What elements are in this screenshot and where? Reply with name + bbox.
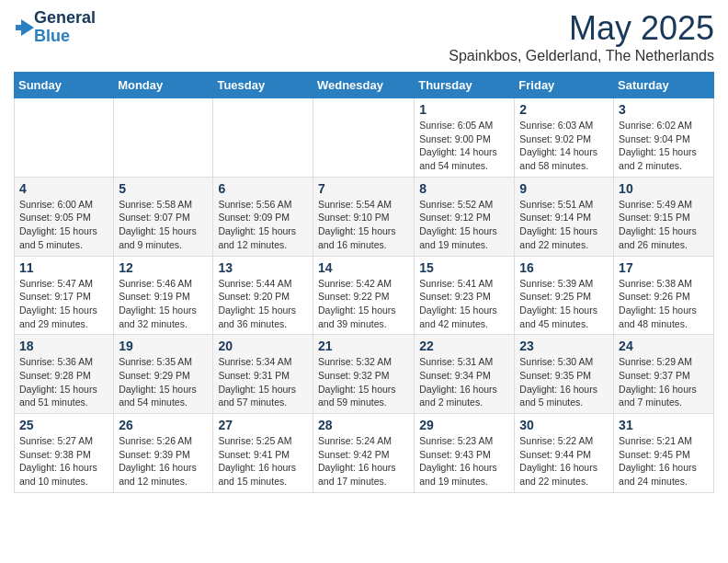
- day-detail: Sunrise: 5:31 AM Sunset: 9:34 PM Dayligh…: [419, 355, 509, 409]
- day-detail: Sunrise: 6:00 AM Sunset: 9:05 PM Dayligh…: [19, 198, 108, 252]
- day-cell: 15Sunrise: 5:41 AM Sunset: 9:23 PM Dayli…: [415, 256, 515, 335]
- day-cell: 18Sunrise: 5:36 AM Sunset: 9:28 PM Dayli…: [15, 335, 114, 414]
- day-number: 13: [218, 260, 308, 275]
- week-row-5: 25Sunrise: 5:27 AM Sunset: 9:38 PM Dayli…: [15, 414, 714, 493]
- page-header: General Blue May 2025 Spainkbos, Gelderl…: [14, 9, 714, 64]
- day-cell: 17Sunrise: 5:38 AM Sunset: 9:26 PM Dayli…: [614, 256, 714, 335]
- day-cell: 8Sunrise: 5:52 AM Sunset: 9:12 PM Daylig…: [415, 177, 515, 256]
- day-cell: [213, 98, 313, 178]
- day-number: 25: [19, 418, 108, 432]
- logo-text: General Blue: [34, 9, 96, 46]
- day-detail: Sunrise: 5:52 AM Sunset: 9:12 PM Dayligh…: [419, 198, 509, 252]
- page-container: General Blue May 2025 Spainkbos, Gelderl…: [0, 0, 728, 502]
- col-thursday: Thursday: [415, 73, 515, 98]
- day-number: 16: [519, 260, 609, 275]
- day-cell: 2Sunrise: 6:03 AM Sunset: 9:02 PM Daylig…: [515, 98, 614, 178]
- day-number: 11: [19, 260, 108, 275]
- day-cell: 21Sunrise: 5:32 AM Sunset: 9:32 PM Dayli…: [313, 335, 414, 414]
- day-cell: [114, 98, 213, 178]
- day-cell: 29Sunrise: 5:23 AM Sunset: 9:43 PM Dayli…: [415, 414, 515, 493]
- day-number: 5: [119, 181, 208, 196]
- month-title: May 2025: [449, 9, 714, 48]
- day-number: 22: [419, 339, 509, 353]
- week-row-1: 1Sunrise: 6:05 AM Sunset: 9:00 PM Daylig…: [15, 98, 714, 178]
- day-number: 6: [218, 181, 308, 196]
- day-detail: Sunrise: 5:35 AM Sunset: 9:29 PM Dayligh…: [119, 355, 208, 409]
- day-number: 10: [619, 181, 709, 196]
- col-tuesday: Tuesday: [213, 73, 313, 98]
- day-cell: 28Sunrise: 5:24 AM Sunset: 9:42 PM Dayli…: [313, 414, 414, 493]
- logo-icon: [14, 17, 34, 38]
- day-cell: 16Sunrise: 5:39 AM Sunset: 9:25 PM Dayli…: [515, 256, 614, 335]
- col-saturday: Saturday: [614, 73, 714, 98]
- day-cell: 22Sunrise: 5:31 AM Sunset: 9:34 PM Dayli…: [415, 335, 515, 414]
- day-number: 1: [419, 102, 509, 117]
- day-detail: Sunrise: 6:03 AM Sunset: 9:02 PM Dayligh…: [519, 119, 609, 173]
- day-number: 20: [218, 339, 308, 353]
- day-cell: 9Sunrise: 5:51 AM Sunset: 9:14 PM Daylig…: [515, 177, 614, 256]
- day-detail: Sunrise: 5:24 AM Sunset: 9:42 PM Dayligh…: [318, 434, 409, 488]
- day-cell: 12Sunrise: 5:46 AM Sunset: 9:19 PM Dayli…: [114, 256, 213, 335]
- day-detail: Sunrise: 5:29 AM Sunset: 9:37 PM Dayligh…: [619, 355, 709, 409]
- day-number: 27: [218, 418, 308, 432]
- day-cell: 13Sunrise: 5:44 AM Sunset: 9:20 PM Dayli…: [213, 256, 313, 335]
- day-number: 28: [318, 418, 409, 432]
- day-number: 7: [318, 181, 409, 196]
- logo: General Blue: [14, 9, 96, 46]
- day-detail: Sunrise: 5:42 AM Sunset: 9:22 PM Dayligh…: [318, 277, 409, 331]
- day-number: 8: [419, 181, 509, 196]
- day-detail: Sunrise: 5:38 AM Sunset: 9:26 PM Dayligh…: [619, 277, 709, 331]
- day-detail: Sunrise: 6:02 AM Sunset: 9:04 PM Dayligh…: [619, 119, 709, 173]
- svg-marker-0: [16, 19, 34, 36]
- day-number: 29: [419, 418, 509, 432]
- day-cell: 11Sunrise: 5:47 AM Sunset: 9:17 PM Dayli…: [15, 256, 114, 335]
- day-detail: Sunrise: 5:32 AM Sunset: 9:32 PM Dayligh…: [318, 355, 409, 409]
- day-number: 17: [619, 260, 709, 275]
- day-detail: Sunrise: 5:21 AM Sunset: 9:45 PM Dayligh…: [619, 434, 709, 488]
- day-detail: Sunrise: 5:58 AM Sunset: 9:07 PM Dayligh…: [119, 198, 208, 252]
- day-detail: Sunrise: 5:39 AM Sunset: 9:25 PM Dayligh…: [519, 277, 609, 331]
- week-row-3: 11Sunrise: 5:47 AM Sunset: 9:17 PM Dayli…: [15, 256, 714, 335]
- day-detail: Sunrise: 5:51 AM Sunset: 9:14 PM Dayligh…: [519, 198, 609, 252]
- week-row-2: 4Sunrise: 6:00 AM Sunset: 9:05 PM Daylig…: [15, 177, 714, 256]
- col-friday: Friday: [515, 73, 614, 98]
- day-number: 23: [519, 339, 609, 353]
- day-cell: 1Sunrise: 6:05 AM Sunset: 9:00 PM Daylig…: [415, 98, 515, 178]
- day-cell: 25Sunrise: 5:27 AM Sunset: 9:38 PM Dayli…: [15, 414, 114, 493]
- day-cell: [15, 98, 114, 178]
- title-block: May 2025 Spainkbos, Gelderland, The Neth…: [449, 9, 714, 64]
- col-monday: Monday: [114, 73, 213, 98]
- day-detail: Sunrise: 5:41 AM Sunset: 9:23 PM Dayligh…: [419, 277, 509, 331]
- day-cell: 23Sunrise: 5:30 AM Sunset: 9:35 PM Dayli…: [515, 335, 614, 414]
- day-number: 30: [519, 418, 609, 432]
- col-wednesday: Wednesday: [313, 73, 414, 98]
- day-number: 24: [619, 339, 709, 353]
- day-cell: 24Sunrise: 5:29 AM Sunset: 9:37 PM Dayli…: [614, 335, 714, 414]
- day-detail: Sunrise: 5:36 AM Sunset: 9:28 PM Dayligh…: [19, 355, 108, 409]
- calendar-body: 1Sunrise: 6:05 AM Sunset: 9:00 PM Daylig…: [15, 98, 714, 493]
- day-number: 4: [19, 181, 108, 196]
- day-cell: 3Sunrise: 6:02 AM Sunset: 9:04 PM Daylig…: [614, 98, 714, 178]
- day-detail: Sunrise: 5:34 AM Sunset: 9:31 PM Dayligh…: [218, 355, 308, 409]
- day-detail: Sunrise: 5:49 AM Sunset: 9:15 PM Dayligh…: [619, 198, 709, 252]
- day-detail: Sunrise: 5:54 AM Sunset: 9:10 PM Dayligh…: [318, 198, 409, 252]
- day-cell: 19Sunrise: 5:35 AM Sunset: 9:29 PM Dayli…: [114, 335, 213, 414]
- day-number: 19: [119, 339, 208, 353]
- day-detail: Sunrise: 5:26 AM Sunset: 9:39 PM Dayligh…: [119, 434, 208, 488]
- day-detail: Sunrise: 5:46 AM Sunset: 9:19 PM Dayligh…: [119, 277, 208, 331]
- day-cell: 31Sunrise: 5:21 AM Sunset: 9:45 PM Dayli…: [614, 414, 714, 493]
- day-detail: Sunrise: 5:23 AM Sunset: 9:43 PM Dayligh…: [419, 434, 509, 488]
- day-cell: 5Sunrise: 5:58 AM Sunset: 9:07 PM Daylig…: [114, 177, 213, 256]
- logo-general: General: [34, 8, 96, 27]
- day-number: 12: [119, 260, 208, 275]
- day-number: 2: [519, 102, 609, 117]
- day-number: 31: [619, 418, 709, 432]
- day-cell: [313, 98, 414, 178]
- day-detail: Sunrise: 6:05 AM Sunset: 9:00 PM Dayligh…: [419, 119, 509, 173]
- day-cell: 30Sunrise: 5:22 AM Sunset: 9:44 PM Dayli…: [515, 414, 614, 493]
- location: Spainkbos, Gelderland, The Netherlands: [449, 48, 714, 64]
- day-detail: Sunrise: 5:25 AM Sunset: 9:41 PM Dayligh…: [218, 434, 308, 488]
- day-detail: Sunrise: 5:44 AM Sunset: 9:20 PM Dayligh…: [218, 277, 308, 331]
- day-cell: 4Sunrise: 6:00 AM Sunset: 9:05 PM Daylig…: [15, 177, 114, 256]
- col-sunday: Sunday: [15, 73, 114, 98]
